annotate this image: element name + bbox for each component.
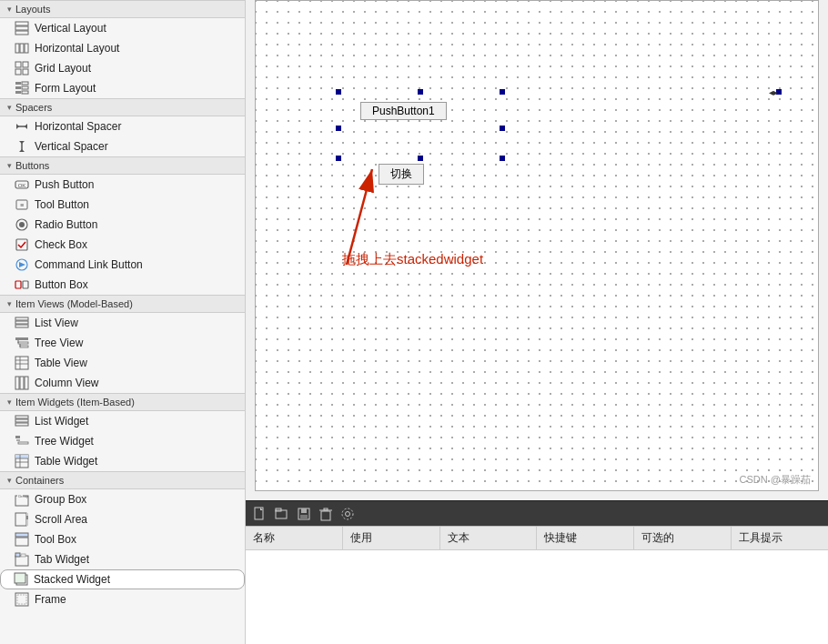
sidebar-item-form-layout-label: Form Layout xyxy=(35,82,96,95)
sidebar-item-stacked-widget[interactable]: Stacked Widget xyxy=(0,569,245,589)
section-item-views[interactable]: ▾ Item Views (Model-Based) xyxy=(0,295,245,313)
svg-rect-66 xyxy=(15,538,28,546)
svg-rect-68 xyxy=(15,553,20,557)
sidebar-item-group-box-label: Group Box xyxy=(35,493,86,506)
qiehua-widget[interactable]: 切换 xyxy=(379,164,424,185)
svg-rect-73 xyxy=(17,595,26,604)
watermark: CSDN @暴躁茄 xyxy=(740,473,811,487)
form-canvas[interactable]: ◂▸ PushButton1 切换 xyxy=(255,0,819,491)
selection-handle-bm xyxy=(418,156,423,161)
svg-rect-55 xyxy=(15,455,28,458)
sidebar-item-scroll-area[interactable]: Scroll Area xyxy=(0,509,245,529)
svg-text:Group: Group xyxy=(18,494,29,498)
sidebar-item-frame[interactable]: Frame xyxy=(0,589,245,609)
main-container: ▾ Layouts Vertical Layout Horizontal Lay… xyxy=(0,0,828,644)
svg-rect-51 xyxy=(15,436,20,438)
tool-button-icon: ≡ xyxy=(15,197,29,212)
form-layout-icon xyxy=(15,81,29,96)
svg-rect-1 xyxy=(15,26,28,30)
toolbar-icon-save[interactable] xyxy=(295,505,313,523)
sidebar-item-list-widget[interactable]: List Widget xyxy=(0,411,245,431)
svg-rect-40 xyxy=(20,346,28,347)
sidebar-item-tree-view[interactable]: Tree View xyxy=(0,333,245,353)
sidebar-item-form-layout[interactable]: Form Layout xyxy=(0,78,245,98)
section-layouts[interactable]: ▾ Layouts xyxy=(0,0,245,18)
selection-handle-tr2: ◂▸ xyxy=(776,89,782,95)
horizontal-spacer-icon xyxy=(15,119,29,134)
sidebar-item-tab-widget[interactable]: Tab Widget xyxy=(0,549,245,569)
toolbar-icon-new[interactable] xyxy=(251,505,269,523)
sidebar-item-tool-button-label: Tool Button xyxy=(35,198,89,211)
sidebar-item-check-box[interactable]: Check Box xyxy=(0,235,245,255)
pushbutton1-widget[interactable]: PushButton1 xyxy=(360,102,447,120)
chevron-icon: ▾ xyxy=(7,5,12,14)
svg-rect-14 xyxy=(15,91,21,94)
sidebar-item-table-view[interactable]: Table View xyxy=(0,353,245,373)
selection-handle-tl xyxy=(336,89,341,95)
selection-handle-tm xyxy=(418,89,423,95)
sidebar-item-tool-button[interactable]: ≡ Tool Button xyxy=(0,195,245,215)
selection-handle-br xyxy=(500,156,505,161)
prop-col-tooltip: 工具提示 xyxy=(732,527,828,549)
sidebar-item-command-link-button[interactable]: Command Link Button xyxy=(0,255,245,275)
sidebar-item-tree-view-label: Tree View xyxy=(35,337,83,349)
sidebar-item-tool-box[interactable]: Tool Box xyxy=(0,529,245,549)
table-widget-icon xyxy=(15,454,29,468)
svg-rect-4 xyxy=(20,44,24,53)
prop-col-selectable: 可选的 xyxy=(634,527,732,549)
sidebar-item-table-widget[interactable]: Table Widget xyxy=(0,451,245,471)
sidebar: ▾ Layouts Vertical Layout Horizontal Lay… xyxy=(0,0,246,644)
svg-marker-20 xyxy=(19,141,25,144)
section-buttons[interactable]: ▾ Buttons xyxy=(0,156,245,175)
section-containers[interactable]: ▾ Containers xyxy=(0,471,245,489)
svg-rect-9 xyxy=(23,69,28,75)
sidebar-item-vertical-spacer[interactable]: Vertical Spacer xyxy=(0,136,245,156)
selection-handle-tr xyxy=(500,89,505,95)
svg-rect-45 xyxy=(15,377,19,389)
section-layouts-label: Layouts xyxy=(15,4,51,15)
sidebar-item-grid-layout[interactable]: Grid Layout xyxy=(0,58,245,78)
right-panel: ◂▸ PushButton1 切换 xyxy=(246,0,828,644)
sidebar-item-button-box[interactable]: Button Box xyxy=(0,275,245,295)
selection-handle-bl xyxy=(336,156,341,161)
svg-rect-46 xyxy=(20,377,24,389)
chevron-spacers-icon: ▾ xyxy=(7,103,12,112)
svg-rect-8 xyxy=(15,69,21,75)
section-item-widgets[interactable]: ▾ Item Widgets (Item-Based) xyxy=(0,393,245,411)
sidebar-item-table-view-label: Table View xyxy=(35,357,87,369)
stacked-widget-icon xyxy=(14,572,28,587)
horizontal-layout-icon xyxy=(15,41,29,55)
svg-rect-36 xyxy=(15,337,28,340)
toolbar-icon-settings[interactable] xyxy=(338,505,357,523)
radio-button-icon xyxy=(15,217,29,232)
svg-text:OK: OK xyxy=(18,183,26,188)
annotation-text: 拖拽上去stackedwidget xyxy=(342,251,483,268)
toolbar-icon-delete[interactable] xyxy=(317,505,335,523)
sidebar-item-column-view-label: Column View xyxy=(35,377,98,389)
chevron-item-widgets-icon: ▾ xyxy=(7,397,12,407)
button-box-icon xyxy=(15,277,29,292)
sidebar-item-group-box[interactable]: Group Group Box xyxy=(0,489,245,509)
svg-rect-5 xyxy=(25,44,28,53)
chevron-containers-icon: ▾ xyxy=(7,476,12,485)
sidebar-item-column-view[interactable]: Column View xyxy=(0,373,245,393)
svg-rect-48 xyxy=(15,416,28,418)
sidebar-item-tree-widget[interactable]: Tree Widget xyxy=(0,431,245,451)
sidebar-item-button-box-label: Button Box xyxy=(35,278,88,291)
svg-rect-82 xyxy=(300,515,308,519)
toolbar-icon-open[interactable] xyxy=(273,505,291,523)
qiehua-label: 切换 xyxy=(390,167,412,180)
svg-rect-52 xyxy=(16,439,20,441)
sidebar-item-vertical-layout[interactable]: Vertical Layout xyxy=(0,18,245,38)
sidebar-item-list-view[interactable]: List View xyxy=(0,313,245,333)
sidebar-item-horizontal-spacer[interactable]: Horizontal Spacer xyxy=(0,116,245,136)
sidebar-item-grid-layout-label: Grid Layout xyxy=(35,62,91,75)
sidebar-item-radio-button[interactable]: Radio Button xyxy=(0,215,245,235)
section-spacers[interactable]: ▾ Spacers xyxy=(0,98,245,116)
section-spacers-label: Spacers xyxy=(15,102,52,113)
sidebar-item-horizontal-layout[interactable]: Horizontal Layout xyxy=(0,38,245,58)
sidebar-item-push-button[interactable]: OK Push Button xyxy=(0,175,245,195)
sidebar-item-scroll-area-label: Scroll Area xyxy=(35,513,87,526)
section-buttons-label: Buttons xyxy=(15,160,49,171)
sidebar-item-check-box-label: Check Box xyxy=(35,238,87,251)
